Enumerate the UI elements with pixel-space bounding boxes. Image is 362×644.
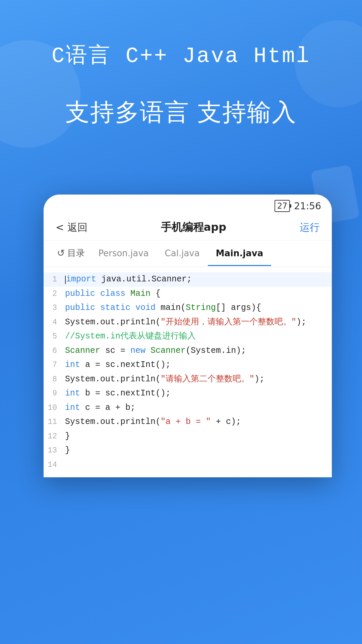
code-line-5: 5 //System.in代表从键盘进行输入 xyxy=(44,329,332,344)
code-line-12: 12 } xyxy=(44,429,332,444)
code-line-3: 3 public static void main(String[] args)… xyxy=(44,301,332,315)
tab-main-java[interactable]: Main.java xyxy=(208,241,272,266)
phone-mockup: 27 21:56 < 返回 手机编程app 运行 ↺ 目录 Person.jav… xyxy=(44,195,332,644)
tab-bar: ↺ 目录 Person.java Cal.java Main.java xyxy=(44,240,332,267)
code-line-10: 10 int c = a + b; xyxy=(44,401,332,415)
folder-icon: ↺ xyxy=(57,248,65,259)
folder-label: 目录 xyxy=(67,247,85,259)
code-line-1: 1 import java.util.Scanner; xyxy=(44,272,332,287)
hero-section: C语言 C++ Java Html 支持多语言 支持输入 xyxy=(0,40,362,128)
tab-person-java[interactable]: Person.java xyxy=(90,241,157,266)
code-editor[interactable]: 1 import java.util.Scanner; 2 public cla… xyxy=(44,267,332,477)
code-line-13: 13 } xyxy=(44,443,332,458)
run-button[interactable]: 运行 xyxy=(300,221,320,234)
text-cursor xyxy=(65,276,66,284)
app-title: 手机编程app xyxy=(161,220,226,235)
battery-indicator: 27 xyxy=(275,200,290,212)
tab-folder[interactable]: ↺ 目录 xyxy=(52,240,90,267)
status-time: 21:56 xyxy=(294,201,321,212)
code-line-7: 7 int a = sc.nextInt(); xyxy=(44,358,332,372)
hero-tagline: 支持多语言 支持输入 xyxy=(0,96,362,128)
phone-screen: 27 21:56 < 返回 手机编程app 运行 ↺ 目录 Person.jav… xyxy=(44,195,332,477)
code-line-14: 14 xyxy=(44,458,332,472)
code-line-9: 9 int b = sc.nextInt(); xyxy=(44,386,332,401)
status-bar: 27 21:56 xyxy=(44,195,332,215)
code-line-2: 2 public class Main { xyxy=(44,287,332,301)
back-button[interactable]: < 返回 xyxy=(56,221,87,234)
tab-cal-java[interactable]: Cal.java xyxy=(157,241,208,266)
code-line-8: 8 System.out.println("请输入第二个整数吧。"); xyxy=(44,372,332,387)
hero-languages: C语言 C++ Java Html xyxy=(0,40,362,69)
code-line-6: 6 Scanner sc = new Scanner(System.in); xyxy=(44,344,332,358)
code-line-11: 11 System.out.println("a + b = " + c); xyxy=(44,415,332,429)
code-line-4: 4 System.out.println("开始使用，请输入第一个整数吧。"); xyxy=(44,315,332,330)
app-bar: < 返回 手机编程app 运行 xyxy=(44,215,332,240)
